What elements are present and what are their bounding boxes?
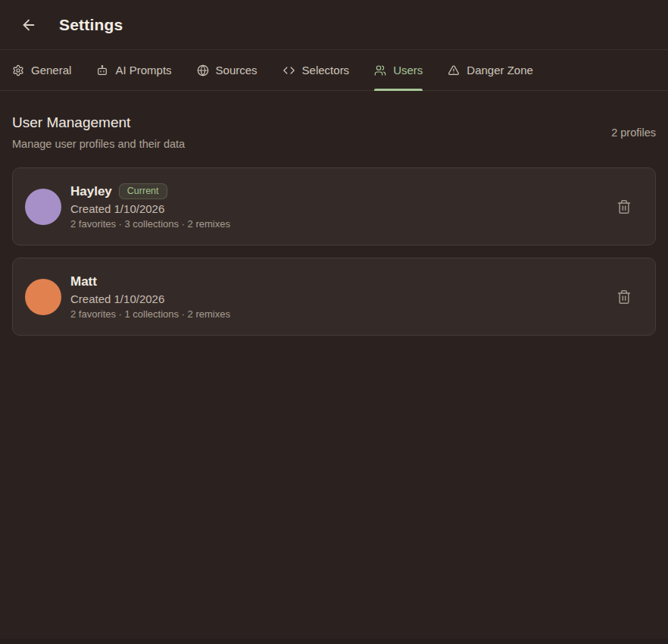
tab-selectors[interactable]: Selectors — [282, 50, 350, 90]
tab-general[interactable]: General — [12, 50, 71, 90]
current-badge: Current — [119, 183, 167, 200]
arrow-left-icon — [20, 17, 37, 33]
profile-info: Hayley Current Created 1/10/2026 2 favor… — [70, 183, 614, 230]
section-heading: User Management Manage user profiles and… — [12, 114, 185, 150]
delete-profile-button[interactable] — [614, 287, 634, 307]
tab-sources[interactable]: Sources — [197, 50, 258, 90]
tab-label: Selectors — [302, 64, 350, 77]
settings-header: Settings — [0, 0, 668, 50]
warning-icon — [448, 64, 460, 77]
section-header: User Management Manage user profiles and… — [12, 114, 656, 150]
created-date: Created 1/10/2026 — [70, 202, 614, 215]
trash-icon — [616, 199, 632, 214]
tab-ai-prompts[interactable]: AI Prompts — [96, 50, 171, 90]
bottom-strip — [0, 639, 668, 644]
tab-users[interactable]: Users — [374, 50, 423, 90]
avatar — [25, 189, 61, 225]
tab-danger-zone[interactable]: Danger Zone — [448, 50, 533, 90]
tab-label: Sources — [216, 64, 258, 77]
avatar — [25, 279, 61, 315]
profile-name: Hayley — [70, 184, 112, 199]
users-panel: User Management Manage user profiles and… — [0, 114, 668, 336]
tab-label: Danger Zone — [467, 64, 533, 77]
back-button[interactable] — [18, 14, 39, 36]
code-icon — [282, 64, 295, 77]
profile-list: Hayley Current Created 1/10/2026 2 favor… — [12, 167, 656, 336]
gear-icon — [12, 64, 24, 77]
globe-icon — [197, 64, 209, 77]
settings-tabbar: General AI Prompts Sources Selectors Use… — [0, 50, 668, 91]
bot-icon — [96, 64, 108, 77]
profile-card-hayley[interactable]: Hayley Current Created 1/10/2026 2 favor… — [12, 167, 656, 245]
page-title: Settings — [59, 16, 123, 34]
profile-card-matt[interactable]: Matt Created 1/10/2026 2 favorites · 1 c… — [12, 258, 656, 336]
profile-stats: 2 favorites · 1 collections · 2 remixes — [70, 308, 614, 320]
section-title: User Management — [12, 114, 185, 131]
profile-count: 2 profiles — [611, 127, 656, 139]
tab-label: Users — [393, 64, 423, 77]
users-icon — [374, 64, 386, 77]
section-subtitle: Manage user profiles and their data — [12, 138, 185, 150]
name-row: Hayley Current — [70, 183, 614, 200]
tab-label: General — [31, 64, 71, 77]
profile-info: Matt Created 1/10/2026 2 favorites · 1 c… — [70, 274, 614, 320]
trash-icon — [616, 289, 632, 305]
delete-profile-button[interactable] — [614, 197, 634, 217]
tab-label: AI Prompts — [115, 64, 171, 77]
profile-name: Matt — [70, 274, 97, 289]
created-date: Created 1/10/2026 — [70, 292, 614, 305]
profile-stats: 2 favorites · 3 collections · 2 remixes — [70, 218, 614, 230]
name-row: Matt — [70, 274, 614, 289]
